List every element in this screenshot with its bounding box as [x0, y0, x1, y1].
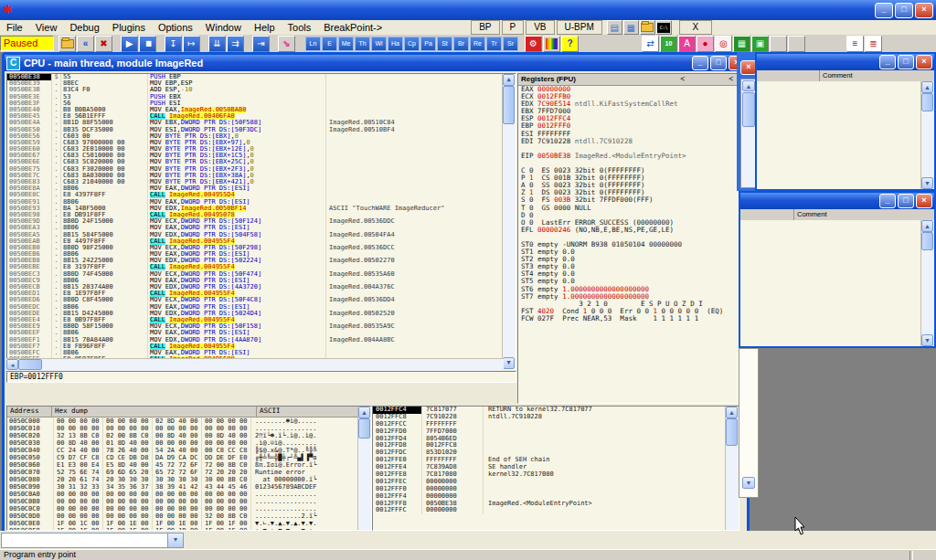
panel-close-button[interactable]: ×	[916, 194, 932, 208]
disasm-row[interactable]: 0050BEF7.E8 F896F8FFCALL ImageRed.004955…	[7, 343, 516, 350]
register-line[interactable]: EIP 0050BE38 ImageRed.<ModuleEntryPoint>	[518, 153, 739, 160]
disasm-row[interactable]: 0050BEAB.E8 4497F8FFCALL ImageRed.004955…	[7, 238, 516, 245]
run-to-return-icon[interactable]: ⇥	[252, 36, 270, 52]
disasm-row[interactable]: 0050BE67.C683 C5010000 00MOV BYTE PTR DS…	[7, 153, 516, 159]
dump-row[interactable]: 0050C07052 75 6E 7469 6D 65 2065 72 72 6…	[7, 469, 371, 476]
disasm-row[interactable]: 0050BE9D.8B0D 24F15000MOV ECX,DWORD PTR …	[7, 218, 516, 225]
scroll-up-icon[interactable]: ▲	[503, 74, 515, 86]
cpu-restore-button[interactable]: □	[710, 56, 727, 70]
menu-close-x-button[interactable]: X	[679, 20, 712, 35]
window-button-me[interactable]: Me	[338, 37, 354, 51]
scroll-down-icon[interactable]: ▼	[921, 177, 933, 189]
disasm-row[interactable]: 0050BE98.E8 DB91F8FFCALL ImageRed.004950…	[7, 212, 516, 218]
disasm-row[interactable]: 0050BE83.C683 21040000 00MOV BYTE PTR DS…	[7, 179, 516, 185]
stack-pane[interactable]: 0012FFC47C817077RETURN to kernel32.7C817…	[372, 406, 739, 531]
scroll-thumb[interactable]	[503, 86, 515, 124]
disasm-row[interactable]: 0050BE39.8BECMOV EBP,ESP	[7, 80, 516, 87]
disasm-row[interactable]: 0050BE75.C683 F3020000 00MOV BYTE PTR DS…	[7, 166, 516, 173]
menu-button-vb[interactable]: VB	[526, 20, 554, 35]
panel-minimize-button[interactable]: _	[879, 55, 896, 69]
marked-log-icon[interactable]: ≣	[865, 36, 882, 52]
empty-slot[interactable]	[770, 36, 787, 52]
disasm-row[interactable]: 0050BE59.C683 97000000 00MOV BYTE PTR DS…	[7, 140, 516, 146]
menu-tools[interactable]: Tools	[282, 21, 318, 35]
disasm-row[interactable]: 0050BE6E.C683 5C020000 00MOV BYTE PTR DS…	[7, 159, 516, 165]
disasm-row[interactable]: 0050BE7C.C683 8A030000 00MOV BYTE PTR DS…	[7, 173, 516, 179]
disasm-row[interactable]: 0050BEE9.8B0D 58F15000MOV ECX,DWORD PTR …	[7, 323, 516, 330]
dump-row[interactable]: 0050C08020 20 61 7420 30 30 3030 30 30 3…	[7, 476, 371, 483]
disasm-row[interactable]: 0050BE38$55PUSH EBP	[7, 74, 516, 80]
stack-scrollbar[interactable]: ▲	[725, 407, 739, 530]
options-gear-icon[interactable]: ⚙	[525, 36, 542, 52]
disasm-row[interactable]: 0050BEC3.8B0D 74F45000MOV ECX,DWORD PTR …	[7, 271, 516, 278]
dump-row[interactable]: 0050C040CC 24 40 0078 26 40 0054 2A 40 0…	[7, 447, 371, 454]
restart-icon[interactable]: «	[77, 36, 94, 52]
scroll-thumb[interactable]	[921, 232, 933, 250]
scroll-thumb[interactable]	[742, 92, 755, 127]
menu-file[interactable]: File	[0, 21, 29, 35]
combo-dropdown-icon[interactable]: ▾	[167, 534, 183, 547]
window-button-th[interactable]: Th	[355, 37, 370, 51]
disasm-row[interactable]: 0050BE56.C603 00MOV BYTE PTR DS:[EBX],0	[7, 133, 516, 140]
dump-row[interactable]: 0050C050C9 D7 CF C8CD CE DB D8DA D9 CA D…	[7, 454, 371, 461]
dump-row[interactable]: 0050C0C000 00 00 0000 00 00 0000 00 00 0…	[7, 505, 371, 512]
maximize-button[interactable]: □	[895, 3, 913, 18]
register-line[interactable]: EFL 00000246 (NO,NB,E,BE,NS,PE,GE,LE)	[518, 227, 739, 234]
window-button-sr[interactable]: Sr	[503, 37, 518, 51]
close-button[interactable]: ×	[915, 3, 933, 18]
ten-icon[interactable]: 10	[660, 36, 677, 52]
disasm-row[interactable]: 0050BE93.BA 14BF5000MOV EDX,ImageRed.005…	[7, 206, 516, 212]
window-button-pa[interactable]: Pa	[420, 37, 436, 51]
pause-icon[interactable]: ▮▮	[139, 36, 156, 52]
disasm-row[interactable]: 0050BE4A.8B1D 88F55000MOV EBX,DWORD PTR …	[7, 120, 516, 126]
disasm-row[interactable]: 0050BEC9.8B06MOV EAX,DWORD PTR DS:[ESI]	[7, 278, 516, 284]
scroll-down-icon[interactable]: ▼	[921, 334, 933, 346]
panel-list-area[interactable]	[740, 220, 921, 346]
minimize-button[interactable]: _	[875, 3, 893, 18]
panel-title-bar[interactable]: _ □ ×	[757, 54, 934, 70]
dump-row[interactable]: 0050C0A000 00 00 0000 00 00 0000 00 00 0…	[7, 491, 371, 498]
dump-row[interactable]: 0050C00000 00 00 0000 00 00 0002 8D 40 0…	[7, 417, 371, 425]
dump-row[interactable]: 0050C0E01F 00 1C 001F 00 1E 001F 00 1E 0…	[7, 520, 371, 527]
animate-into-icon[interactable]: ⇊	[208, 36, 226, 52]
window-button-re[interactable]: Re	[470, 37, 485, 51]
command-input[interactable]: ▾	[1, 533, 184, 548]
disasm-row[interactable]: 0050BE60.C683 2E010000 00MOV BYTE PTR DS…	[7, 146, 516, 153]
disasm-row[interactable]: 0050BE8A.8B06MOV EAX,DWORD PTR DS:[ESI]	[7, 185, 516, 192]
window-button-e[interactable]: E	[322, 37, 337, 51]
stack-row[interactable]: 0012FFFC00000000	[373, 507, 739, 514]
register-line[interactable]: T 0 GS 0000 NULL	[518, 205, 739, 212]
panel-maximize-button[interactable]: □	[898, 55, 914, 69]
window-button-tr[interactable]: Tr	[486, 37, 502, 51]
disassembly-hscrollbar[interactable]: ◂	[6, 358, 504, 371]
open-file-icon[interactable]	[58, 36, 76, 52]
menu-button-p[interactable]: P	[502, 20, 525, 35]
disasm-row[interactable]: 0050BEA3.8B06MOV EAX,DWORD PTR DS:[ESI]	[7, 225, 516, 231]
scroll-up-icon[interactable]: ▲	[726, 407, 738, 418]
panel-list-area[interactable]	[757, 81, 921, 189]
empty-slot[interactable]	[788, 36, 805, 52]
scroll-up-icon[interactable]: ▲	[921, 81, 933, 93]
run-icon[interactable]: ▶	[121, 36, 138, 52]
dump-row[interactable]: 0050C01000 00 00 0000 00 00 0000 00 00 0…	[7, 425, 371, 432]
menu-debug[interactable]: Debug	[63, 21, 105, 35]
console-icon[interactable]: C:\	[656, 20, 672, 35]
window-button-st[interactable]: St	[437, 37, 452, 51]
disasm-row[interactable]: 0050BEA5.8B15 584F5000MOV EDX,DWORD PTR …	[7, 232, 516, 238]
step-into-icon[interactable]: ↧	[165, 36, 182, 52]
dump-row[interactable]: 0050C02032 13 8B C002 00 8B C000 8D 40 0…	[7, 432, 371, 439]
panel-minimize-button[interactable]: _	[879, 194, 896, 208]
folder-icon[interactable]	[640, 20, 655, 35]
scroll-thumb[interactable]	[726, 418, 738, 446]
dump-row[interactable]: 0050C09030 31 32 3334 35 36 3738 39 41 4…	[7, 483, 371, 491]
disasm-row[interactable]: 0050BE3F.56PUSH ESI	[7, 100, 516, 107]
disasm-row[interactable]: 0050BECB.8B15 20374A00MOV EDX,DWORD PTR …	[7, 284, 516, 291]
disasm-row[interactable]: 0050BED1.E8 1E97F8FFCALL ImageRed.004955…	[7, 291, 516, 297]
disasm-row[interactable]: 0050BE91.8B06MOV EAX,DWORD PTR DS:[ESI]	[7, 199, 516, 206]
panel-close-button[interactable]: ×	[916, 55, 932, 69]
scroll-down-icon[interactable]: ▼	[742, 477, 755, 489]
disasm-row[interactable]: 0050BEB8.8B15 24225000MOV EDX,DWORD PTR …	[7, 258, 516, 264]
step-over-icon[interactable]: ↦	[183, 36, 200, 52]
disasm-row[interactable]: 0050BEBE.E8 3197F8FFCALL ImageRed.004955…	[7, 264, 516, 270]
disasm-row[interactable]: 0050BE3B.83C4 F0ADD ESP,-10	[7, 87, 516, 93]
